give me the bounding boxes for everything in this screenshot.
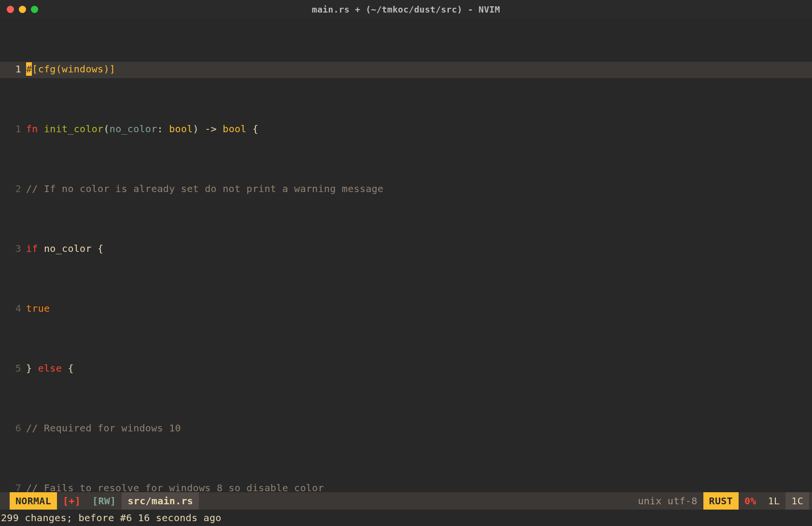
code-line[interactable]: 5 } else { xyxy=(0,361,812,377)
line-number: 3 xyxy=(0,241,26,256)
line-number: 5 xyxy=(0,361,26,375)
cursor: # xyxy=(26,62,32,76)
code-content: true xyxy=(26,301,812,316)
line-number: 4 xyxy=(0,301,26,316)
code-line[interactable]: 3 if no_color { xyxy=(0,241,812,258)
code-content: } else { xyxy=(26,361,812,375)
file-type: RUST xyxy=(703,492,739,510)
line-number: 6 xyxy=(0,421,26,435)
code-content: #[cfg(windows)] xyxy=(26,62,812,76)
command-line[interactable]: 299 changes; before #6 16 seconds ago xyxy=(0,510,812,526)
code-line-current[interactable]: 1 #[cfg(windows)] xyxy=(0,62,812,78)
file-encoding: unix utf-8 xyxy=(632,492,703,510)
code-line[interactable]: 1 fn init_color(no_color: bool) -> bool … xyxy=(0,122,812,138)
mode-indicator: NORMAL xyxy=(10,492,57,510)
code-area[interactable]: 1 #[cfg(windows)] 1 fn init_color(no_col… xyxy=(0,18,812,492)
close-window-button[interactable] xyxy=(7,6,14,13)
code-content: if no_color { xyxy=(26,241,812,256)
maximize-window-button[interactable] xyxy=(31,6,38,13)
filepath: src/main.rs xyxy=(122,492,199,510)
code-line[interactable]: 4 true xyxy=(0,301,812,318)
line-position: 1L xyxy=(762,492,786,510)
scroll-percent: 0% xyxy=(739,492,762,510)
status-line: NORMAL [+] [RW] src/main.rs unix utf-8 R… xyxy=(0,492,812,510)
status-right: unix utf-8 RUST 0% 1L 1C xyxy=(632,492,809,510)
code-content: // Required for windows 10 xyxy=(26,421,812,435)
line-number-current: 1 xyxy=(0,62,26,76)
column-position: 1C xyxy=(785,492,809,510)
readwrite-flag: [RW] xyxy=(86,492,122,510)
modified-flag: [+] xyxy=(57,492,86,510)
code-content: // If no color is already set do not pri… xyxy=(26,181,812,196)
line-number: 7 xyxy=(0,481,26,492)
code-line[interactable]: 6 // Required for windows 10 xyxy=(0,421,812,437)
code-line[interactable]: 2 // If no color is already set do not p… xyxy=(0,181,812,198)
line-number: 1 xyxy=(0,122,26,136)
code-content: fn init_color(no_color: bool) -> bool { xyxy=(26,122,812,136)
window-title: main.rs + (~/tmkoc/dust/src) - NVIM xyxy=(0,3,812,16)
line-number: 2 xyxy=(0,181,26,196)
traffic-lights xyxy=(7,6,38,13)
editor: 1 #[cfg(windows)] 1 fn init_color(no_col… xyxy=(0,18,812,526)
minimize-window-button[interactable] xyxy=(19,6,26,13)
code-line[interactable]: 7 // Fails to resolve for windows 8 so d… xyxy=(0,481,812,492)
code-content: // Fails to resolve for windows 8 so dis… xyxy=(26,481,812,492)
window-titlebar: main.rs + (~/tmkoc/dust/src) - NVIM xyxy=(0,0,812,18)
